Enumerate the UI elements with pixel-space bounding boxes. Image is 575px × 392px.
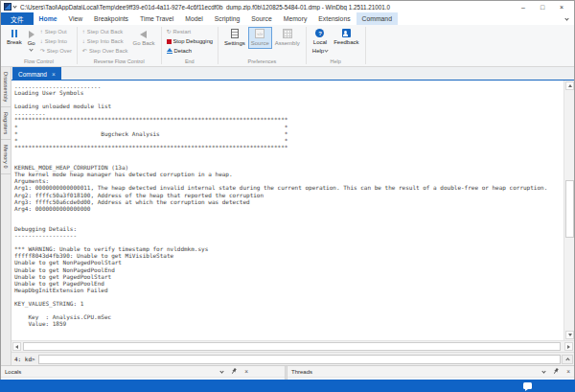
command-output[interactable]: ......................... Loading User S… xyxy=(12,81,564,340)
feedback-person-icon xyxy=(342,29,351,37)
step-into-back-icon: ↓ xyxy=(82,38,85,44)
chevron-down-icon xyxy=(30,47,34,51)
group-label-reverse: Reverse Flow Control xyxy=(78,58,161,66)
ribbon-tab-bar: 文件 Home View Breakpoints Time Travel Mod… xyxy=(1,12,574,25)
break-button[interactable]: Break xyxy=(4,27,25,48)
horizontal-scrollbar[interactable] xyxy=(12,340,574,352)
history-expand-button[interactable] xyxy=(562,355,573,364)
tab-view[interactable]: View xyxy=(62,12,88,25)
threads-pane: Threads × xyxy=(288,366,574,380)
group-reverse-flow-control: ↑ Step Out Back ↓ Step Into Back ↶ Step … xyxy=(78,25,161,66)
tab-model[interactable]: Model xyxy=(179,12,209,25)
source-mode-button[interactable]: </> Source xyxy=(248,27,272,49)
group-label-flow-control: Flow Control xyxy=(1,58,77,66)
scroll-down-button[interactable] xyxy=(565,331,574,339)
scroll-up-button[interactable] xyxy=(565,81,574,90)
tab-time-travel[interactable]: Time Travel xyxy=(134,12,179,25)
close-pane-icon[interactable]: × xyxy=(244,369,248,375)
windbg-app-icon[interactable] xyxy=(4,3,12,11)
chevron-down-icon xyxy=(325,48,329,52)
ribbon-collapse-chevron-icon[interactable] xyxy=(565,12,574,25)
step-over-back-button[interactable]: ↶ Step Over Back xyxy=(80,46,130,56)
step-into-icon: ↓ xyxy=(40,38,43,44)
group-end: ↻ Restart Stop Debugging Detach End xyxy=(162,25,218,66)
assembly-mode-button[interactable]: Assembly xyxy=(272,27,303,49)
pause-icon xyxy=(12,30,17,37)
tab-scripting[interactable]: Scripting xyxy=(209,12,245,25)
help-question-icon: ? xyxy=(315,29,324,37)
chevron-up-icon xyxy=(565,357,569,361)
group-preferences: Settings </> Source Assembly Preferences xyxy=(218,25,306,66)
horizontal-scrollbar-thumb[interactable] xyxy=(23,342,561,351)
maximize-button[interactable]: □ xyxy=(533,2,552,12)
tab-home[interactable]: Home xyxy=(34,12,63,25)
source-mode-icon: </> xyxy=(255,29,264,38)
feedback-button[interactable]: Feedback xyxy=(331,27,361,48)
step-over-back-icon: ↶ xyxy=(82,48,87,54)
step-out-back-icon: ↑ xyxy=(82,29,85,35)
group-flow-control: Break Go ↑ Step Out ↓ Step Into xyxy=(1,25,77,66)
bottom-panels: Locals × Threads × xyxy=(1,365,574,380)
command-input[interactable] xyxy=(38,355,561,364)
settings-button[interactable]: Settings xyxy=(221,27,248,49)
ribbon: Break Go ↑ Step Out ↓ Step Into xyxy=(1,25,574,67)
close-button[interactable]: × xyxy=(552,2,571,12)
local-help-button[interactable]: ? Local Help xyxy=(310,27,331,56)
go-button[interactable]: Go xyxy=(25,27,38,53)
tab-breakpoints[interactable]: Breakpoints xyxy=(88,12,134,25)
command-prompt-row: 4: kd> xyxy=(12,352,574,365)
tab-extensions[interactable]: Extensions xyxy=(312,12,356,25)
pin-icon[interactable] xyxy=(231,368,237,375)
threads-pane-titlebar: Threads × xyxy=(288,366,574,377)
restart-button[interactable]: ↻ Restart xyxy=(165,27,216,36)
step-into-back-button[interactable]: ↓ Step Into Back xyxy=(80,36,130,46)
dock-tab-memory-0[interactable]: Memory 0 xyxy=(1,140,11,173)
document-tab-bar: Command × xyxy=(12,67,574,81)
dock-tab-disassembly[interactable]: Disassembly xyxy=(1,67,11,107)
kd-prompt-label: 4: kd> xyxy=(14,356,35,362)
scroll-left-button[interactable] xyxy=(12,342,21,351)
tab-memory[interactable]: Memory xyxy=(278,12,313,25)
pane-dropdown-chevron-icon[interactable] xyxy=(542,369,546,373)
step-out-button[interactable]: ↑ Step Out xyxy=(38,27,74,36)
play-icon xyxy=(29,31,34,38)
step-out-icon: ↑ xyxy=(40,29,43,35)
dock-tab-registers[interactable]: Registers xyxy=(1,107,11,140)
group-help: ? Local Help Feedback Help xyxy=(307,25,365,66)
command-output-text: ......................... Loading User S… xyxy=(12,81,564,327)
group-divider xyxy=(365,27,366,64)
locals-pane-titlebar: Locals × xyxy=(1,366,285,377)
quick-access-chevron-icon[interactable] xyxy=(12,4,16,8)
status-bar xyxy=(0,380,575,392)
step-over-button[interactable]: ↷ Step Over xyxy=(38,46,74,56)
detach-icon xyxy=(167,48,172,55)
windbg-window: C:\Users\Taol\AppData\Local\Temp\dee9ff3… xyxy=(0,0,575,392)
step-over-icon: ↷ xyxy=(40,48,45,54)
detach-button[interactable]: Detach xyxy=(165,46,216,56)
threads-title: Threads xyxy=(291,369,312,375)
settings-icon xyxy=(231,29,239,38)
pane-dropdown-chevron-icon[interactable] xyxy=(220,369,224,373)
go-back-button[interactable]: Go Back xyxy=(129,27,157,49)
stop-debugging-button[interactable]: Stop Debugging xyxy=(165,36,216,46)
minimize-button[interactable]: – xyxy=(514,2,533,12)
titlebar: C:\Users\Taol\AppData\Local\Temp\dee9ff3… xyxy=(1,1,574,12)
dock-strip: Disassembly Registers Memory 0 xyxy=(1,67,12,365)
feedback-chat-icon[interactable] xyxy=(523,382,532,389)
locals-pane: Locals × xyxy=(1,366,285,380)
vertical-scrollbar-thumb[interactable] xyxy=(565,180,574,238)
close-pane-icon[interactable]: × xyxy=(566,369,570,375)
group-label-help: Help xyxy=(307,58,365,66)
group-label-end: End xyxy=(162,58,218,66)
tab-command[interactable]: Command xyxy=(356,12,398,25)
pin-icon[interactable] xyxy=(553,368,559,375)
close-tab-icon[interactable]: × xyxy=(52,71,56,78)
step-into-button[interactable]: ↓ Step Into xyxy=(38,36,74,46)
step-out-back-button[interactable]: ↑ Step Out Back xyxy=(80,27,130,36)
locals-title: Locals xyxy=(5,369,21,375)
assembly-mode-icon xyxy=(283,29,292,38)
tab-file[interactable]: 文件 xyxy=(1,12,34,25)
scroll-right-button[interactable] xyxy=(564,342,573,351)
vertical-scrollbar[interactable] xyxy=(564,81,574,340)
tab-source[interactable]: Source xyxy=(245,12,278,25)
